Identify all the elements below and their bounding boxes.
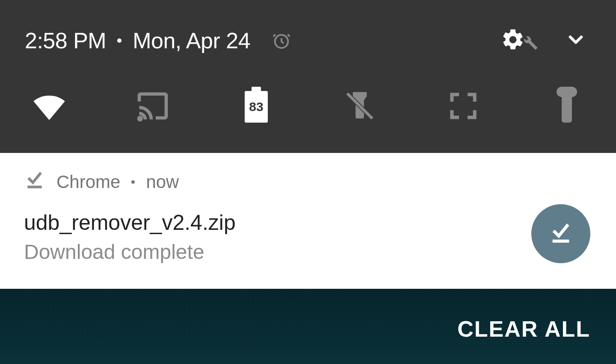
notification-time: now	[146, 172, 179, 192]
separator-dot-icon	[117, 38, 121, 43]
qs-tiles-row: 83	[0, 88, 616, 126]
notification-app-name: Chrome	[56, 172, 120, 192]
notification-badge[interactable]	[531, 204, 590, 263]
qs-header: 2:58 PM Mon, Apr 24	[0, 23, 616, 58]
wrench-icon	[522, 34, 539, 53]
notification-title: udb_remover_v2.4.zip	[24, 210, 592, 235]
tile-flashlight[interactable]	[548, 88, 586, 126]
tile-screenshot[interactable]	[444, 88, 483, 126]
expand-button[interactable]	[565, 29, 587, 53]
quick-settings-panel[interactable]: 2:58 PM Mon, Apr 24	[0, 0, 616, 153]
status-date: Mon, Apr 24	[133, 28, 250, 53]
separator-dot-icon	[131, 180, 135, 184]
wifi-icon	[30, 87, 68, 126]
tile-battery[interactable]: 83	[237, 88, 275, 126]
notification-subtitle: Download complete	[24, 240, 592, 264]
screenshot-icon	[446, 89, 480, 125]
battery-level: 83	[249, 100, 263, 114]
flashlight-off-icon	[343, 89, 376, 124]
battery-icon: 83	[245, 91, 268, 123]
cast-icon	[135, 88, 171, 126]
settings-button[interactable]	[500, 27, 539, 54]
svg-point-1	[139, 117, 141, 120]
notification-header: Chrome now	[24, 169, 592, 195]
qs-time-date: 2:58 PM Mon, Apr 24	[25, 28, 291, 53]
tile-cast[interactable]	[133, 88, 172, 126]
alarm-icon	[272, 31, 291, 50]
tile-wifi[interactable]	[30, 88, 68, 126]
tile-flashlight-disabled[interactable]	[341, 88, 379, 126]
chevron-down-icon	[565, 45, 587, 52]
wallpaper-area: CLEAR ALL	[0, 289, 616, 364]
notification-card[interactable]: Chrome now udb_remover_v2.4.zip Download…	[0, 153, 616, 289]
clear-all-button[interactable]: CLEAR ALL	[457, 316, 590, 342]
qs-right-icons	[500, 27, 591, 54]
download-done-icon	[548, 220, 573, 247]
download-done-icon	[24, 169, 45, 195]
status-time: 2:58 PM	[25, 28, 106, 53]
flashlight-icon	[551, 87, 582, 127]
